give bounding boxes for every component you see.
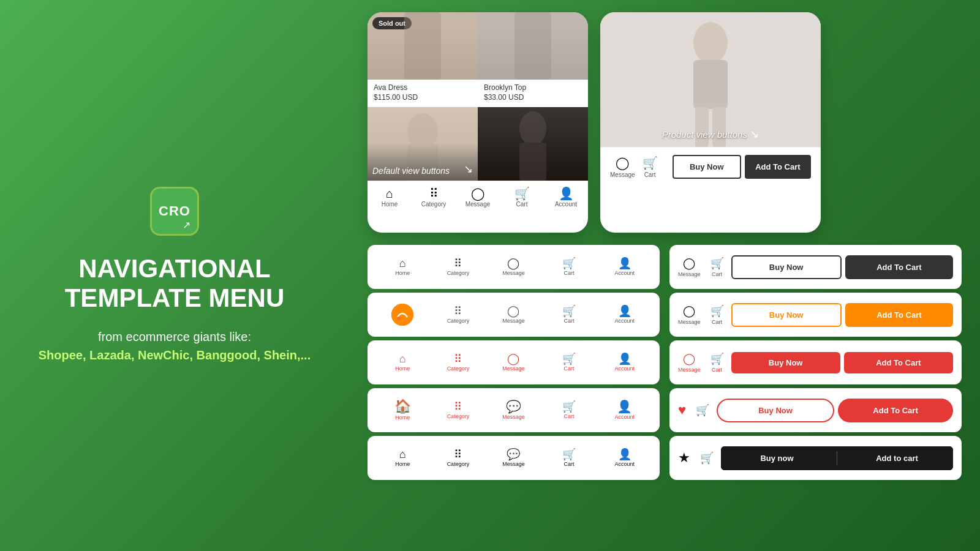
- cro-logo: CRO ↗: [150, 187, 199, 236]
- action-row-5: ★ 🛒 Buy now Add to cart: [669, 436, 962, 480]
- tmpl-message-hara[interactable]: ◯ Message: [497, 305, 529, 324]
- nav-cart[interactable]: 🛒 Cart: [500, 187, 544, 208]
- left-phone-mockup: Sold out Ava Dress $115.00 USD: [368, 12, 588, 233]
- tmpl-account-filled[interactable]: 👤 Account: [609, 400, 641, 420]
- buy-now-button[interactable]: Buy Now: [673, 155, 741, 179]
- add-cart-btn-2[interactable]: Add To Cart: [845, 303, 953, 327]
- svg-rect-3: [407, 144, 438, 181]
- product-grid: Sold out Ava Dress $115.00 USD: [368, 12, 588, 181]
- action-buttons-5: Buy now Add to cart: [721, 446, 953, 470]
- tmpl-message-red[interactable]: ◯ Message: [497, 353, 529, 372]
- product-view-label: Product view buttons: [662, 129, 747, 140]
- buy-now-btn-5[interactable]: Buy now: [721, 446, 833, 470]
- tmpl-message-default[interactable]: ◯ Message: [497, 258, 529, 276]
- nav-home[interactable]: ⌂ Home: [368, 187, 412, 208]
- add-cart-btn-5[interactable]: Add to cart: [841, 446, 953, 470]
- product-item-2: Brooklyn Top $33.00 USD: [478, 12, 588, 107]
- action-icons-2: ◯ Message 🛒 Cart: [678, 304, 724, 325]
- buy-now-btn-2[interactable]: Buy Now: [731, 303, 842, 327]
- action-buttons-2: Buy Now Add To Cart: [731, 303, 953, 327]
- template-row-default: ⌂ Home ⠿ Category ◯ Message 🛒 Cart 👤: [368, 245, 660, 289]
- product-price-1: $115.00 USD: [374, 93, 472, 102]
- action-message-2[interactable]: ◯ Message: [678, 304, 701, 325]
- templates-container: ⌂ Home ⠿ Category ◯ Message 🛒 Cart 👤: [368, 245, 962, 539]
- product-view-nav: ◯ Message 🛒 Cart Buy Now Add To Cart: [600, 147, 821, 186]
- cursor-icon: ↗: [183, 219, 194, 230]
- svg-point-11: [391, 304, 413, 326]
- action-cart-3[interactable]: 🛒 Cart: [710, 352, 724, 373]
- tmpl-category-black[interactable]: ⠿ Category: [442, 449, 474, 467]
- action-star-5[interactable]: ★: [678, 450, 690, 466]
- action-message-1[interactable]: ◯ Message: [678, 257, 701, 277]
- svg-rect-8: [693, 60, 728, 109]
- product-price-2: $33.00 USD: [484, 93, 582, 102]
- product-view-image: Product view buttons ↘: [600, 12, 821, 147]
- action-message-3[interactable]: ◯ Message: [678, 352, 701, 373]
- svg-rect-0: [404, 12, 441, 80]
- product-name-1: Ava Dress: [374, 83, 472, 92]
- product-item-4: [478, 107, 588, 181]
- phones-row: Sold out Ava Dress $115.00 USD: [368, 12, 962, 233]
- tmpl-cart-black[interactable]: 🛒 Cart: [553, 449, 585, 467]
- right-phone-mockup: Product view buttons ↘ ◯ Message 🛒 Cart …: [600, 12, 821, 233]
- action-cart-4[interactable]: 🛒: [696, 403, 709, 417]
- divider-5: [837, 451, 837, 465]
- buy-now-btn-4[interactable]: Buy Now: [717, 399, 834, 422]
- action-buttons-3: Buy Now Add To Cart: [731, 352, 953, 373]
- tmpl-category-filled[interactable]: ⠿ Category: [442, 401, 474, 419]
- tmpl-home-hara[interactable]: [386, 304, 418, 326]
- templates-left: ⌂ Home ⠿ Category ◯ Message 🛒 Cart 👤: [368, 245, 660, 539]
- tmpl-account-default[interactable]: 👤 Account: [609, 258, 641, 276]
- tmpl-account-red[interactable]: 👤 Account: [609, 353, 641, 372]
- add-cart-btn-3[interactable]: Add To Cart: [844, 352, 953, 373]
- tmpl-cart-red[interactable]: 🛒 Cart: [553, 353, 585, 372]
- svg-point-4: [519, 111, 546, 146]
- tmpl-home-red[interactable]: ⌂ Home: [386, 353, 418, 372]
- svg-rect-5: [519, 143, 546, 181]
- svg-point-7: [693, 22, 728, 64]
- action-cart-2[interactable]: 🛒 Cart: [710, 304, 724, 325]
- add-cart-btn-1[interactable]: Add To Cart: [845, 255, 953, 279]
- tmpl-category-default[interactable]: ⠿ Category: [442, 258, 474, 276]
- tmpl-message-filled[interactable]: 💬 Message: [497, 400, 529, 420]
- tmpl-category-red[interactable]: ⠿ Category: [442, 353, 474, 372]
- action-heart-4[interactable]: ♥: [678, 402, 686, 418]
- template-row-hara: ⠿ Category ◯ Message 🛒 Cart 👤 Account: [368, 293, 660, 337]
- add-to-cart-button[interactable]: Add To Cart: [745, 155, 811, 179]
- tmpl-cart-filled[interactable]: 🛒 Cart: [553, 401, 585, 419]
- tmpl-home-black[interactable]: ⌂ Home: [386, 449, 418, 467]
- buy-now-btn-1[interactable]: Buy Now: [731, 255, 842, 279]
- action-row-2: ◯ Message 🛒 Cart Buy Now Add To Cart: [669, 293, 962, 337]
- action-row-1: ◯ Message 🛒 Cart Buy Now Add To Cart: [669, 245, 962, 289]
- add-cart-btn-4[interactable]: Add To Cart: [838, 399, 953, 422]
- tmpl-message-black[interactable]: 💬 Message: [497, 449, 529, 467]
- right-panel: Sold out Ava Dress $115.00 USD: [349, 0, 980, 551]
- action-icons-3: ◯ Message 🛒 Cart: [678, 352, 724, 373]
- tmpl-account-black[interactable]: 👤 Account: [609, 449, 641, 467]
- product-item-3: Default view buttons ↘: [368, 107, 478, 181]
- pv-buttons: Buy Now Add To Cart: [673, 155, 811, 179]
- nav-category[interactable]: ⠿ Category: [412, 187, 456, 208]
- template-row-filled-red: 🏠 Home ⠿ Category 💬 Message 🛒 Cart 👤: [368, 388, 660, 432]
- tmpl-category-hara[interactable]: ⠿ Category: [442, 305, 474, 324]
- home-icon: ⌂: [386, 187, 393, 200]
- templates-right: ◯ Message 🛒 Cart Buy Now Add To Cart: [669, 245, 962, 539]
- tmpl-home-default[interactable]: ⌂ Home: [386, 258, 418, 276]
- left-panel: CRO ↗ NAVIGATIONAL TEMPLATE MENU from ec…: [0, 0, 349, 551]
- subtitle: from ecommerce giants like: Shopee, Laza…: [39, 328, 311, 364]
- nav-message[interactable]: ◯ Message: [456, 187, 500, 208]
- tmpl-home-filled[interactable]: 🏠 Home: [386, 400, 418, 421]
- action-row-3: ◯ Message 🛒 Cart Buy Now Add To Cart: [669, 340, 962, 384]
- buy-now-btn-3[interactable]: Buy Now: [731, 352, 840, 373]
- action-cart-1[interactable]: 🛒 Cart: [710, 257, 724, 277]
- tmpl-cart-default[interactable]: 🛒 Cart: [553, 258, 585, 276]
- action-cart-5[interactable]: 🛒: [700, 451, 714, 465]
- cro-logo-text: CRO: [159, 203, 190, 219]
- pv-message-icon[interactable]: ◯ Message: [610, 156, 635, 178]
- tmpl-cart-hara[interactable]: 🛒 Cart: [553, 305, 585, 324]
- action-icons-1: ◯ Message 🛒 Cart: [678, 257, 724, 277]
- tmpl-account-hara[interactable]: 👤 Account: [609, 305, 641, 324]
- nav-account[interactable]: 👤 Account: [544, 187, 588, 208]
- pv-cart-icon[interactable]: 🛒 Cart: [643, 156, 658, 178]
- message-icon: ◯: [471, 187, 484, 200]
